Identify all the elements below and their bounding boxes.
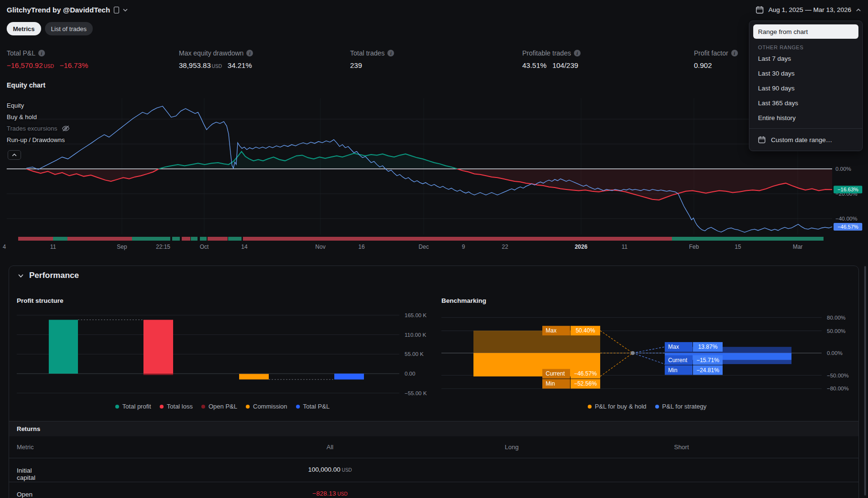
menu-item-last-90-days[interactable]: Last 90 days bbox=[749, 81, 862, 96]
profit-structure-title: Profit structure bbox=[17, 297, 64, 304]
metric-value: 43.51%104/239 bbox=[522, 61, 690, 69]
legend-item-commission[interactable]: Commission bbox=[246, 403, 287, 410]
svg-text:−24.81%: −24.81% bbox=[696, 367, 719, 374]
calendar-icon bbox=[758, 136, 766, 144]
metric-value: 38,953.83USD34.21% bbox=[179, 61, 346, 69]
metric-label-text: Profitable trades bbox=[522, 49, 571, 57]
row-label-open-p-l: Open P&L bbox=[17, 491, 33, 498]
legend-item-run-up-drawdowns[interactable]: Run-up / Drawdowns bbox=[7, 134, 70, 145]
svg-text:−50.00%: −50.00% bbox=[827, 373, 849, 378]
legend-item-equity[interactable]: Equity bbox=[7, 100, 70, 111]
lock-icon bbox=[114, 7, 119, 13]
divider bbox=[9, 458, 858, 458]
metric-label: Total tradesi bbox=[350, 49, 517, 57]
svg-text:165.00 K: 165.00 K bbox=[405, 312, 427, 318]
equity-chart[interactable]: 0.00%−20.00%−40.00%−16.63%−46.57% bbox=[0, 93, 868, 251]
performance-section-header[interactable]: Performance bbox=[18, 271, 79, 280]
legend-item-trades-excursions[interactable]: Trades excursions bbox=[7, 122, 70, 134]
menu-item-custom-date-range[interactable]: Custom date range… bbox=[749, 132, 862, 148]
legend-item-buy-hold[interactable]: Buy & hold bbox=[7, 111, 70, 122]
divider bbox=[749, 128, 862, 129]
legend-item-total-p-l[interactable]: Total P&L bbox=[296, 403, 330, 410]
menu-item-last-30-days[interactable]: Last 30 days bbox=[749, 66, 862, 81]
scrollbar-thumb[interactable] bbox=[864, 266, 866, 496]
menu-item-last-7-days[interactable]: Last 7 days bbox=[749, 51, 862, 66]
menu-items: Last 7 daysLast 30 daysLast 90 daysLast … bbox=[749, 51, 862, 125]
column-header-short: Short bbox=[674, 443, 689, 451]
metric-label-text: Max equity drawdown bbox=[179, 49, 243, 57]
svg-text:−15.71%: −15.71% bbox=[696, 357, 719, 364]
legend-item-p-l-for-buy-hold[interactable]: P&L for buy & hold bbox=[588, 403, 647, 410]
chevron-down-icon bbox=[18, 274, 23, 277]
column-header-long: Long bbox=[505, 443, 519, 451]
svg-text:80.00%: 80.00% bbox=[827, 315, 846, 321]
column-header-all: All bbox=[327, 443, 333, 451]
chevron-down-icon[interactable] bbox=[123, 9, 128, 11]
metric-total-p-l: Total P&Li−16,570.92USD−16.73% bbox=[7, 49, 174, 69]
legend-dot bbox=[246, 405, 250, 409]
collapse-chart-button[interactable] bbox=[8, 150, 21, 160]
profit-structure-chart[interactable]: 165.00 K110.00 K55.00 K0.00−55.00 K bbox=[17, 306, 438, 402]
legend-item-total-loss[interactable]: Total loss bbox=[160, 403, 193, 410]
legend-item-p-l-for-strategy[interactable]: P&L for strategy bbox=[655, 403, 707, 410]
metric-label: Profitable tradesi bbox=[522, 49, 690, 57]
profit-structure-legend: Total profitTotal lossOpen P&LCommission… bbox=[17, 403, 428, 410]
svg-text:−46.57%: −46.57% bbox=[574, 370, 597, 377]
tab-metrics[interactable]: Metrics bbox=[7, 22, 41, 35]
svg-text:−40.00%: −40.00% bbox=[835, 216, 857, 221]
svg-text:−52.56%: −52.56% bbox=[574, 380, 597, 387]
metric-label-text: Total trades bbox=[350, 49, 385, 57]
benchmarking-chart[interactable]: 80.00%50.00%0.00%−50.00%−80.00%Max50.40%… bbox=[441, 306, 862, 402]
strategy-title: GlitchyTrend by @DaviddTech bbox=[7, 6, 110, 14]
svg-text:Min: Min bbox=[668, 367, 677, 374]
metric-value: 239 bbox=[350, 61, 517, 69]
svg-text:110.00 K: 110.00 K bbox=[405, 332, 427, 338]
date-range-button[interactable]: Aug 1, 2025 — Mar 13, 2026 bbox=[756, 6, 861, 14]
metric-max-equity-drawdown: Max equity drawdowni38,953.83USD34.21% bbox=[179, 49, 346, 69]
row-label-initial-capital: Initial capital bbox=[17, 467, 35, 481]
info-icon[interactable]: i bbox=[731, 50, 738, 56]
legend-dot bbox=[588, 405, 592, 409]
legend-dot bbox=[655, 405, 659, 409]
tab-list-of-trades[interactable]: List of trades bbox=[45, 22, 93, 35]
svg-text:−55.00 K: −55.00 K bbox=[405, 390, 427, 396]
svg-text:Min: Min bbox=[546, 380, 555, 387]
metric-value: −16,570.92USD−16.73% bbox=[7, 61, 174, 69]
date-range-label: Aug 1, 2025 — Mar 13, 2026 bbox=[769, 6, 851, 13]
equity-chart-title: Equity chart bbox=[7, 81, 45, 89]
eye-off-icon[interactable] bbox=[62, 125, 70, 132]
returns-title: Returns bbox=[17, 425, 40, 432]
legend-item-open-p-l[interactable]: Open P&L bbox=[201, 403, 237, 410]
menu-section-label: OTHER RANGES bbox=[758, 44, 862, 50]
svg-text:0.00%: 0.00% bbox=[827, 350, 843, 356]
returns-section-header[interactable]: Returns bbox=[9, 421, 858, 436]
metric-label: Max equity drawdowni bbox=[179, 49, 346, 57]
svg-text:13.87%: 13.87% bbox=[698, 343, 718, 350]
menu-item-last-365-days[interactable]: Last 365 days bbox=[749, 96, 862, 111]
row-value: 100,000.00USD bbox=[308, 466, 352, 473]
date-range-menu: Range from chart OTHER RANGES Last 7 day… bbox=[749, 21, 863, 151]
svg-text:50.00%: 50.00% bbox=[827, 328, 846, 334]
benchmarking-legend: P&L for buy & holdP&L for strategy bbox=[441, 403, 853, 410]
svg-text:Max: Max bbox=[668, 343, 679, 350]
menu-item-range-from-chart[interactable]: Range from chart bbox=[753, 24, 858, 39]
equity-chart-legend: EquityBuy & holdTrades excursionsRun-up … bbox=[7, 100, 70, 145]
metric-label: Total P&Li bbox=[7, 49, 174, 57]
tab-bar: MetricsList of trades bbox=[7, 22, 93, 35]
legend-dot bbox=[115, 405, 119, 409]
svg-text:Max: Max bbox=[546, 327, 557, 334]
metric-total-trades: Total tradesi239 bbox=[350, 49, 517, 69]
info-icon[interactable]: i bbox=[246, 50, 253, 56]
legend-item-total-profit[interactable]: Total profit bbox=[115, 403, 151, 410]
info-icon[interactable]: i bbox=[387, 50, 394, 56]
legend-dot bbox=[160, 405, 164, 409]
calendar-icon bbox=[756, 6, 764, 14]
svg-text:Current: Current bbox=[668, 357, 688, 364]
info-icon[interactable]: i bbox=[38, 50, 45, 56]
row-value: −828.13USD bbox=[312, 490, 347, 497]
info-icon[interactable]: i bbox=[574, 50, 581, 56]
metric-label-text: Profit factor bbox=[694, 49, 728, 57]
divider bbox=[9, 482, 858, 482]
svg-text:−16.63%: −16.63% bbox=[837, 187, 858, 192]
menu-item-entire-history[interactable]: Entire history bbox=[749, 111, 862, 125]
